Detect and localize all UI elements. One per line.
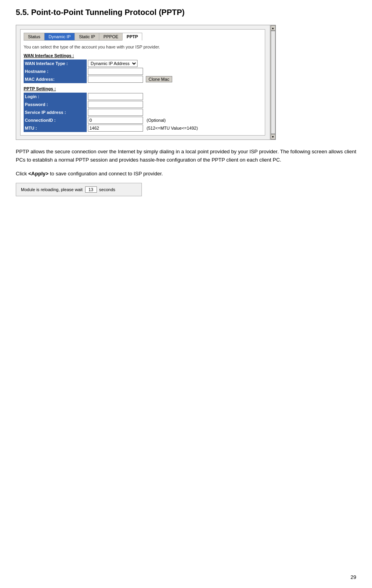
table-row: ConnectionID : (Optional)	[24, 116, 262, 124]
wan-settings-table: WAN Interface Type : Dynamic IP Address …	[24, 60, 262, 83]
wan-type-select[interactable]: Dynamic IP Address Static IP Address PPP…	[88, 60, 138, 67]
mtu-input[interactable]	[88, 125, 143, 132]
tab-static-ip[interactable]: Static IP	[74, 33, 99, 41]
service-ip-input[interactable]	[88, 109, 143, 116]
optional-label: (Optional)	[147, 118, 166, 123]
password-value	[87, 100, 262, 108]
click-prefix: Click	[16, 171, 28, 177]
click-instruction: Click <Apply> to save configuration and …	[16, 171, 356, 177]
scrollbar-up-button[interactable]: ▲	[271, 25, 275, 31]
reload-countdown-input[interactable]	[85, 186, 97, 193]
settings-panel: Status Dynamic IP Static IP PPPOE PPTP Y…	[20, 29, 265, 136]
password-input[interactable]	[88, 101, 143, 108]
scrollbar[interactable]: ▲ ▼	[270, 25, 275, 140]
clone-mac-button[interactable]: Clone Mac	[146, 76, 172, 82]
wan-type-value: Dynamic IP Address Static IP Address PPP…	[87, 60, 262, 67]
service-ip-label: Service IP address :	[24, 108, 87, 116]
page-number: 29	[351, 574, 356, 580]
wan-type-label: WAN Interface Type :	[24, 60, 87, 67]
table-row: Login :	[24, 93, 262, 100]
mtu-range-label: (512<=MTU Value<=1492)	[147, 126, 198, 130]
body-paragraph: PPTP allows the secure connection over t…	[16, 148, 356, 164]
login-value	[87, 93, 262, 100]
apply-link: <Apply>	[28, 171, 48, 177]
reload-box: Module is reloading, please wait seconds	[16, 183, 142, 196]
pptp-settings-table: Login : Password : Service IP address : …	[24, 93, 262, 132]
table-row: Hostname :	[24, 67, 262, 75]
tab-status[interactable]: Status	[24, 33, 44, 41]
connection-id-label: ConnectionID :	[24, 116, 87, 124]
table-row: WAN Interface Type : Dynamic IP Address …	[24, 60, 262, 67]
table-row: Service IP address :	[24, 108, 262, 116]
reload-suffix: seconds	[99, 187, 115, 192]
mtu-value: (512<=MTU Value<=1492)	[87, 124, 262, 132]
info-text: You can select the type of the account y…	[24, 45, 262, 49]
hostname-value	[87, 67, 262, 75]
mac-value: Clone Mac	[87, 75, 262, 83]
service-ip-value	[87, 108, 262, 116]
mac-input[interactable]	[88, 76, 143, 83]
click-suffix: to save configuration and connect to ISP…	[48, 171, 163, 177]
nav-tabs: Status Dynamic IP Static IP PPPOE PPTP	[24, 33, 262, 41]
table-row: Password :	[24, 100, 262, 108]
login-input[interactable]	[88, 93, 143, 100]
scrollbar-down-button[interactable]: ▼	[271, 134, 275, 140]
wan-section-title: WAN Interface Settings :	[24, 53, 262, 58]
pptp-section-title: PPTP Settings :	[24, 86, 262, 91]
password-label: Password :	[24, 100, 87, 108]
reload-prefix: Module is reloading, please wait	[21, 187, 83, 192]
page-title: 5.5. Point-to-Point Tunneling Protocol (…	[16, 8, 356, 17]
scrollbar-track[interactable]	[271, 31, 275, 134]
connection-id-value: (Optional)	[87, 116, 262, 124]
table-row: MAC Address: Clone Mac	[24, 75, 262, 83]
mac-label: MAC Address:	[24, 75, 87, 83]
tab-pppoe[interactable]: PPPOE	[99, 33, 122, 41]
tab-pptp[interactable]: PPTP	[122, 33, 142, 41]
connection-id-input[interactable]	[88, 117, 143, 124]
table-row: MTU : (512<=MTU Value<=1492)	[24, 124, 262, 132]
hostname-label: Hostname :	[24, 67, 87, 75]
hostname-input[interactable]	[88, 68, 143, 75]
screenshot-container: Status Dynamic IP Static IP PPPOE PPTP Y…	[16, 25, 276, 140]
tab-dynamic-ip[interactable]: Dynamic IP	[44, 33, 74, 41]
login-label: Login :	[24, 93, 87, 100]
mtu-label: MTU :	[24, 124, 87, 132]
